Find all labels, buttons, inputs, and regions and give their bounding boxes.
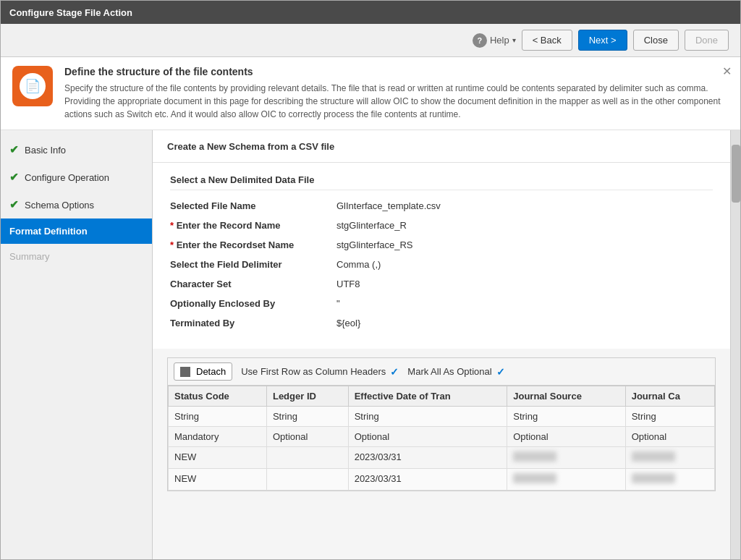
close-banner-button[interactable]: ✕	[722, 64, 732, 78]
cell-journal-ca-2	[625, 469, 714, 491]
sidebar-item-basic-info[interactable]: ✔ Basic Info	[1, 136, 152, 164]
sidebar-item-label: Format Definition	[9, 226, 88, 237]
field-selected-file-name: Selected File Name GlInterface_template.…	[170, 200, 713, 211]
section-title: Select a New Delimited Data File	[170, 174, 713, 190]
col-constraint-ledger-id: Optional	[266, 427, 348, 447]
field-optionally-enclosed-by: Optionally Enclosed By "	[170, 298, 713, 309]
field-label-character-set: Character Set	[170, 279, 336, 289]
col-type-status-code: String	[169, 407, 267, 427]
field-label-record-name: Enter the Record Name	[170, 220, 336, 231]
detach-button[interactable]: Detach	[174, 362, 232, 381]
field-value-recordset-name: stgGlinterface_RS	[336, 239, 413, 250]
help-label: Help	[490, 35, 509, 46]
field-value-terminated-by: ${eol}	[336, 318, 360, 328]
use-first-row-checkmark: ✓	[390, 366, 399, 378]
sidebar-item-label: Summary	[9, 251, 50, 262]
info-text-block: Define the structure of the file content…	[64, 66, 729, 121]
col-header-journal-ca: Journal Ca	[625, 386, 714, 407]
help-button[interactable]: ? Help ▾	[473, 33, 516, 48]
title-bar: Configure Stage File Action	[1, 1, 740, 24]
field-terminated-by: Terminated By ${eol}	[170, 318, 713, 328]
field-label-terminated-by: Terminated By	[170, 318, 336, 328]
info-banner: 📄 Define the structure of the file conte…	[1, 57, 740, 130]
cell-journal-ca-1	[625, 447, 714, 469]
sidebar: ✔ Basic Info ✔ Configure Operation ✔ Sch…	[1, 130, 153, 559]
mark-all-optional-checkmark: ✓	[496, 366, 505, 378]
col-type-ledger-id: String	[266, 407, 348, 427]
field-recordset-name: Enter the Recordset Name stgGlinterface_…	[170, 239, 713, 250]
field-character-set: Character Set UTF8	[170, 279, 713, 289]
content-area: Create a New Schema from a CSV file Sele…	[153, 130, 730, 559]
cell-journal-source-1	[507, 447, 625, 469]
field-label-optionally-enclosed-by: Optionally Enclosed By	[170, 298, 336, 309]
check-icon: ✔	[9, 143, 19, 156]
scrollbar[interactable]	[730, 130, 740, 559]
sidebar-item-label: Basic Info	[25, 145, 66, 156]
data-table: Status Code Ledger ID Effective Date of …	[168, 386, 715, 491]
table-toolbar: Detach Use First Row as Column Headers ✓…	[168, 358, 715, 386]
cell-ledger-id-2	[266, 469, 348, 491]
field-value-optionally-enclosed-by: "	[336, 298, 340, 309]
schema-title: Create a New Schema from a CSV file	[167, 141, 334, 152]
back-button[interactable]: < Back	[522, 30, 572, 51]
col-type-journal-source: String	[507, 407, 625, 427]
window-title: Configure Stage File Action	[9, 7, 132, 18]
info-icon-container: 📄	[12, 66, 53, 106]
mark-all-optional-label: Mark All As Optional	[407, 366, 491, 377]
main-window: Configure Stage File Action ? Help ▾ < B…	[0, 0, 741, 560]
field-label-selected-file-name: Selected File Name	[170, 200, 336, 211]
detach-label: Detach	[196, 366, 226, 377]
col-constraint-status-code: Mandatory	[169, 427, 267, 447]
data-table-container: Detach Use First Row as Column Headers ✓…	[167, 357, 716, 491]
col-header-ledger-id: Ledger ID	[266, 386, 348, 407]
field-record-name: Enter the Record Name stgGlinterface_R	[170, 220, 713, 231]
col-header-status-code: Status Code	[169, 386, 267, 407]
field-value-field-delimiter: Comma (,)	[336, 259, 381, 270]
main-content: ✔ Basic Info ✔ Configure Operation ✔ Sch…	[1, 130, 740, 559]
field-field-delimiter: Select the Field Delimiter Comma (,)	[170, 259, 713, 270]
cell-ledger-id-1	[266, 447, 348, 469]
col-type-journal-ca: String	[625, 407, 714, 427]
cell-journal-source-2	[507, 469, 625, 491]
sidebar-item-label: Configure Operation	[25, 172, 109, 183]
table-row: NEW 2023/03/31	[169, 447, 715, 469]
cell-status-code-1: NEW	[169, 447, 267, 469]
file-icon: 📄	[20, 73, 46, 99]
info-description: Specify the structure of the file conten…	[64, 82, 729, 121]
done-button: Done	[685, 30, 729, 51]
info-heading: Define the structure of the file content…	[64, 66, 729, 77]
sidebar-item-label: Schema Options	[25, 200, 94, 211]
col-type-effective-date: String	[348, 407, 507, 427]
field-value-record-name: stgGlinterface_R	[336, 220, 407, 231]
cell-effective-date-2: 2023/03/31	[348, 469, 507, 491]
field-value-selected-file-name: GlInterface_template.csv	[336, 200, 441, 211]
col-constraint-journal-ca: Optional	[625, 427, 714, 447]
sidebar-item-format-definition[interactable]: Format Definition	[1, 219, 152, 244]
detach-icon	[180, 367, 190, 377]
col-constraint-effective-date: Optional	[348, 427, 507, 447]
col-constraint-journal-source: Optional	[507, 427, 625, 447]
field-label-field-delimiter: Select the Field Delimiter	[170, 259, 336, 270]
scrollbar-thumb[interactable]	[732, 145, 740, 203]
col-header-effective-date: Effective Date of Tran	[348, 386, 507, 407]
next-button[interactable]: Next >	[578, 30, 627, 51]
toolbar: ? Help ▾ < Back Next > Close Done	[1, 24, 740, 57]
mark-all-optional-option: Mark All As Optional ✓	[407, 366, 504, 378]
help-icon: ?	[473, 33, 487, 48]
sidebar-item-configure-operation[interactable]: ✔ Configure Operation	[1, 164, 152, 191]
sidebar-item-schema-options[interactable]: ✔ Schema Options	[1, 191, 152, 219]
field-label-recordset-name: Enter the Recordset Name	[170, 239, 336, 250]
form-section: Select a New Delimited Data File Selecte…	[153, 163, 730, 349]
check-icon: ✔	[9, 198, 19, 211]
check-icon: ✔	[9, 171, 19, 184]
use-first-row-option: Use First Row as Column Headers ✓	[241, 366, 399, 378]
cell-effective-date-1: 2023/03/31	[348, 447, 507, 469]
table-row: NEW 2023/03/31	[169, 469, 715, 491]
chevron-down-icon: ▾	[512, 36, 516, 44]
sidebar-item-summary: Summary	[1, 244, 152, 269]
field-value-character-set: UTF8	[336, 279, 360, 289]
schema-header: Create a New Schema from a CSV file	[153, 130, 730, 163]
cell-status-code-2: NEW	[169, 469, 267, 491]
close-button[interactable]: Close	[633, 30, 679, 51]
use-first-row-label: Use First Row as Column Headers	[241, 366, 386, 377]
